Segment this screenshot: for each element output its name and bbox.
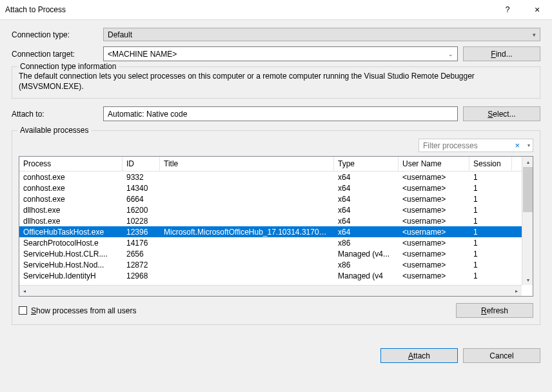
cell-session: 1 bbox=[469, 228, 512, 237]
cell-type: x86 bbox=[334, 260, 399, 270]
cell-process: dllhost.exe bbox=[19, 206, 123, 215]
cell-title: Microsoft.MicrosoftOfficeHub_17.10314.31… bbox=[160, 228, 334, 237]
col-process[interactable]: Process bbox=[19, 157, 123, 171]
attach-to-value: Automatic: Native code bbox=[103, 106, 458, 121]
col-type[interactable]: Type bbox=[334, 157, 399, 171]
connection-type-dropdown[interactable]: Default ▾ bbox=[103, 28, 540, 41]
cell-session: 1 bbox=[469, 217, 512, 226]
table-row[interactable]: ServiceHub.Host.CLR....2656Managed (v4..… bbox=[19, 248, 533, 259]
filter-input[interactable]: Filter processes × ▾ bbox=[419, 139, 533, 152]
cell-id: 12872 bbox=[123, 260, 160, 270]
cell-process: OfficeHubTaskHost.exe bbox=[19, 228, 123, 237]
connection-target-label: Connection target: bbox=[12, 50, 103, 59]
process-table: Process ID Title Type User Name Session … bbox=[19, 156, 533, 297]
cell-process: SearchProtocolHost.e bbox=[19, 239, 123, 248]
cell-id: 9332 bbox=[123, 173, 160, 182]
cell-id: 6664 bbox=[123, 195, 160, 204]
table-row[interactable]: dllhost.exe10228x64<username>1 bbox=[19, 215, 533, 226]
connection-info-box: Connection type information The default … bbox=[12, 66, 540, 99]
cell-process: conhost.exe bbox=[19, 184, 123, 193]
attach-to-label: Attach to: bbox=[12, 110, 103, 119]
table-row[interactable]: conhost.exe14340x64<username>1 bbox=[19, 182, 533, 193]
cell-id: 10228 bbox=[123, 217, 160, 226]
chevron-down-icon: ▾ bbox=[533, 32, 536, 38]
cell-type: x64 bbox=[334, 217, 399, 226]
table-row[interactable]: conhost.exe9332x64<username>1 bbox=[19, 172, 533, 182]
cell-user: <username> bbox=[399, 184, 469, 193]
cell-session: 1 bbox=[469, 250, 512, 259]
close-icon: × bbox=[535, 5, 540, 15]
clear-filter-icon[interactable]: × bbox=[515, 141, 520, 150]
cell-session: 1 bbox=[469, 173, 512, 182]
cell-user: <username> bbox=[399, 195, 469, 204]
col-session[interactable]: Session bbox=[469, 157, 512, 171]
cancel-button[interactable]: Cancel bbox=[463, 348, 540, 363]
filter-dropdown-icon[interactable]: ▾ bbox=[527, 142, 530, 148]
cell-process: conhost.exe bbox=[19, 195, 123, 204]
scroll-up-icon[interactable]: ▴ bbox=[522, 157, 533, 167]
cell-session: 1 bbox=[469, 184, 512, 193]
select-button[interactable]: Select... bbox=[463, 106, 540, 121]
cell-user: <username> bbox=[399, 228, 469, 237]
cell-user: <username> bbox=[399, 239, 469, 248]
cell-type: x64 bbox=[334, 184, 399, 193]
cell-process: conhost.exe bbox=[19, 173, 123, 182]
cell-user: <username> bbox=[399, 173, 469, 182]
horizontal-scrollbar[interactable]: ◂ ▸ bbox=[19, 285, 522, 296]
scroll-left-icon[interactable]: ◂ bbox=[19, 286, 30, 297]
cell-id: 16200 bbox=[123, 206, 160, 215]
connection-info-title: Connection type information bbox=[17, 62, 119, 71]
cell-session: 1 bbox=[469, 271, 512, 280]
find-button[interactable]: Find... bbox=[463, 46, 540, 61]
cell-type: x64 bbox=[334, 173, 399, 182]
cell-user: <username> bbox=[399, 250, 469, 259]
show-all-users-label: Show processes from all users bbox=[31, 306, 136, 315]
refresh-button[interactable]: Refresh bbox=[456, 303, 533, 318]
cell-process: ServiceHub.Host.Nod... bbox=[19, 260, 123, 270]
connection-type-label: Connection type: bbox=[12, 30, 103, 39]
connection-target-value: <MACHINE NAME> bbox=[108, 50, 177, 59]
filter-placeholder: Filter processes bbox=[423, 141, 478, 150]
cell-id: 14340 bbox=[123, 184, 160, 193]
table-header: Process ID Title Type User Name Session bbox=[19, 157, 533, 172]
table-row[interactable]: OfficeHubTaskHost.exe12396Microsoft.Micr… bbox=[19, 226, 533, 237]
cell-process: ServiceHub.IdentityH bbox=[19, 271, 123, 280]
col-title[interactable]: Title bbox=[160, 157, 334, 171]
scroll-right-icon[interactable]: ▸ bbox=[511, 286, 522, 297]
table-row[interactable]: ServiceHub.Host.Nod...12872x86<username>… bbox=[19, 259, 533, 270]
cell-type: x64 bbox=[334, 195, 399, 204]
available-processes-box: Available processes Filter processes × ▾… bbox=[12, 130, 540, 325]
cell-user: <username> bbox=[399, 260, 469, 270]
col-user[interactable]: User Name bbox=[399, 157, 469, 171]
cell-user: <username> bbox=[399, 217, 469, 226]
table-row[interactable]: ServiceHub.IdentityH12968Managed (v4<use… bbox=[19, 270, 533, 281]
connection-type-value: Default bbox=[108, 30, 132, 39]
window-title: Attach to Process bbox=[5, 5, 493, 14]
close-button[interactable]: × bbox=[522, 0, 552, 19]
attach-button[interactable]: Attach bbox=[380, 348, 458, 363]
cell-id: 12396 bbox=[123, 228, 160, 237]
cell-process: dllhost.exe bbox=[19, 217, 123, 226]
cell-user: <username> bbox=[399, 206, 469, 215]
col-id[interactable]: ID bbox=[123, 157, 160, 171]
help-icon: ? bbox=[506, 5, 510, 14]
cell-user: <username> bbox=[399, 271, 469, 280]
connection-target-combo[interactable]: <MACHINE NAME> ⌄ bbox=[103, 46, 458, 61]
show-all-users-checkbox[interactable] bbox=[19, 306, 27, 315]
table-body: conhost.exe9332x64<username>1conhost.exe… bbox=[19, 172, 533, 296]
cell-type: Managed (v4 bbox=[334, 271, 399, 280]
cell-type: x86 bbox=[334, 239, 399, 248]
vertical-scrollbar[interactable]: ▴ ▾ bbox=[522, 157, 533, 285]
cell-session: 1 bbox=[469, 260, 512, 270]
help-button[interactable]: ? bbox=[493, 0, 522, 19]
cell-id: 2656 bbox=[123, 250, 160, 259]
cell-session: 1 bbox=[469, 195, 512, 204]
cell-process: ServiceHub.Host.CLR.... bbox=[19, 250, 123, 259]
table-row[interactable]: conhost.exe6664x64<username>1 bbox=[19, 193, 533, 204]
table-row[interactable]: SearchProtocolHost.e14176x86<username>1 bbox=[19, 237, 533, 248]
scroll-thumb[interactable] bbox=[523, 167, 533, 212]
cell-type: x64 bbox=[334, 228, 399, 237]
table-row[interactable]: dllhost.exe16200x64<username>1 bbox=[19, 204, 533, 215]
cell-type: x64 bbox=[334, 206, 399, 215]
scroll-down-icon[interactable]: ▾ bbox=[522, 275, 533, 285]
